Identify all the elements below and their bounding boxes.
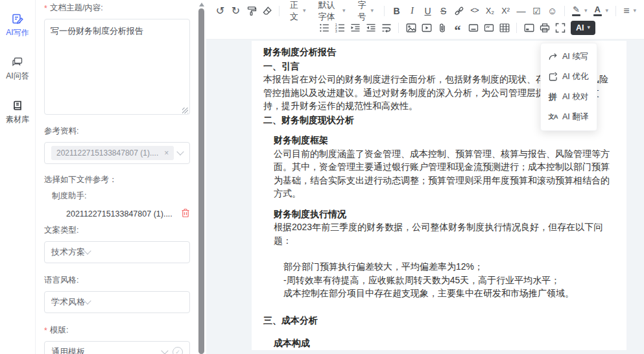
doc-block-p1: 公司目前的制度涵盖了资金管理、成本控制、预算管理、核算与报告、风险管理等方面。其… [274,147,616,200]
ai-writing-panel: * 文档主题/内容: 写一份财务制度分析报告 参考资料: 20211227151… [36,0,197,354]
menu-item-label: AI 优化 [562,71,588,82]
horizontal-rule-icon[interactable]: — [514,3,529,18]
ai-writing-icon [12,13,23,25]
file-name: 2021122715133847807 (1).... [66,209,181,218]
rail-item-ai-writing[interactable]: AI写作 [6,13,29,38]
required-mark: * [44,326,47,335]
translate-icon: 文A [548,112,558,122]
superscript-icon[interactable]: X² [498,3,513,18]
font-size-dropdown[interactable]: 字号▾ [352,3,380,18]
insert-image-icon[interactable] [403,20,418,35]
caret-icon: ▾ [588,25,591,30]
copy-type-value: 技术方案 [51,246,85,258]
inline-code-icon[interactable]: <> [467,3,482,18]
font-family-dropdown[interactable]: 默认字体▾ [313,3,352,18]
paragraph-style-dropdown[interactable]: 正文▾ [284,3,312,18]
delete-file-icon[interactable] [181,208,190,220]
outdent-icon[interactable] [348,20,363,35]
fullscreen-icon[interactable] [553,20,567,35]
underline-icon[interactable]: U [420,3,435,18]
scrollbar-thumb[interactable] [198,8,204,354]
editor: ↺ ↻ 正文▾ [206,0,644,354]
indent-icon[interactable] [363,20,378,35]
topic-input[interactable]: 写一份财务制度分析报告 [44,19,190,115]
file-reference-label: 选择如下文件参考： [44,174,190,185]
language-style-value: 学术风格 [51,296,85,308]
menu-item-ai-optimize[interactable]: AI 优化 [541,67,597,87]
line-wrap-icon[interactable] [379,20,394,35]
rail-item-label: 素材库 [6,114,29,125]
app-root: AI写作 AI问答 素材库 [0,0,644,354]
emoji-icon[interactable]: ☺ [545,3,560,18]
toolbar-row-1: ↺ ↻ 正文▾ [213,3,639,19]
chevron-down-icon [176,148,184,155]
undo-icon[interactable]: ↺ [213,3,228,18]
link-icon[interactable] [451,3,466,18]
rail-item-label: AI写作 [6,27,29,38]
menu-item-label: AI 校对 [562,91,588,102]
optimize-icon [548,72,558,82]
table-icon[interactable] [497,20,512,35]
rail-item-label: AI问答 [6,71,29,82]
highlight-color-dropdown[interactable]: ✎ ▾ [569,3,590,18]
reference-select[interactable]: 2021122715133847807 (1).... × [44,142,190,164]
code-block-icon[interactable] [481,20,496,35]
doc-block-h3: 财务制度执行情况 [274,207,616,221]
bullet-list-icon[interactable] [316,20,331,35]
attachment-icon[interactable] [435,20,449,35]
toolbar-row-2: 1 2 3 [316,19,639,36]
menu-item-label: AI 续写 [562,51,588,62]
strikethrough-icon[interactable]: S [436,3,451,18]
topic-label: * 文档主题/内容: [44,3,190,14]
proofread-icon: 拼 [548,92,558,102]
highlight-pen-icon: ✎ [573,5,580,14]
task-checkbox-icon[interactable]: ☑ [529,3,544,18]
file-reference-group-label: 制度助手: [52,191,190,202]
menu-item-label: AI 翻译 [562,112,588,123]
divider-block-icon[interactable] [466,20,481,35]
ai-tools-button[interactable]: AI ▾ [571,21,595,35]
scroll-up-arrow-icon[interactable] [199,3,204,6]
caret-icon: ▾ [584,8,588,14]
doc-block-h3: 财务制度框架 [274,134,616,147]
resize-handle-icon[interactable] [182,108,188,113]
template-check-icon[interactable]: ✓ [173,347,183,354]
library-icon [12,100,23,112]
print-icon[interactable] [537,20,552,35]
rail-item-ai-qa[interactable]: AI问答 [6,56,29,82]
reference-label: 参考资料: [44,126,190,137]
tag-close-icon[interactable]: × [164,149,169,157]
required-mark: * [44,4,47,13]
align-icon: ≡ [623,5,629,17]
numbered-list-icon[interactable]: 1 2 3 [332,20,347,35]
chevron-down-icon [84,247,91,254]
file-reference-row: 2021122715133847807 (1).... [66,208,190,220]
subscript-icon[interactable]: X₂ [483,3,497,18]
insert-video-icon[interactable] [419,20,434,35]
template-label: * 模版: [44,325,190,336]
language-style-select[interactable]: 学术风格 [44,291,190,313]
menu-item-ai-translate[interactable]: 文A AI 翻译 [541,107,597,127]
caret-icon: ▾ [342,8,346,14]
redo-icon[interactable]: ↻ [228,3,243,18]
rail-item-library[interactable]: 素材库 [6,100,29,125]
format-painter-icon[interactable] [244,3,259,18]
doc-block-lifirst: 部分部门预算执行偏差较大，平均偏差率为12%； [283,260,616,274]
chevron-down-icon [161,347,168,354]
menu-item-ai-proofread[interactable]: 拼 AI 校对 [541,87,597,107]
align-dropdown[interactable]: ≡ ▾ [621,3,639,18]
blockquote-icon[interactable]: “ [450,20,465,35]
eraser-icon[interactable] [259,3,274,18]
template-select[interactable]: 通用模板 ✓ [44,341,190,354]
doc-block-h3: 成本构成 [274,336,616,350]
copy-type-select[interactable]: 技术方案 [44,241,190,263]
bold-icon[interactable]: B [389,3,404,18]
embed-panel-icon[interactable] [521,20,536,35]
font-color-icon: A [594,5,600,14]
menu-item-ai-continue[interactable]: AI 续写 [541,47,597,67]
caret-icon: ▾ [633,8,636,14]
italic-icon[interactable]: I [405,3,420,18]
font-color-dropdown[interactable]: A ▾ [591,3,612,18]
continue-writing-icon [548,52,558,62]
svg-text:3: 3 [335,29,337,33]
